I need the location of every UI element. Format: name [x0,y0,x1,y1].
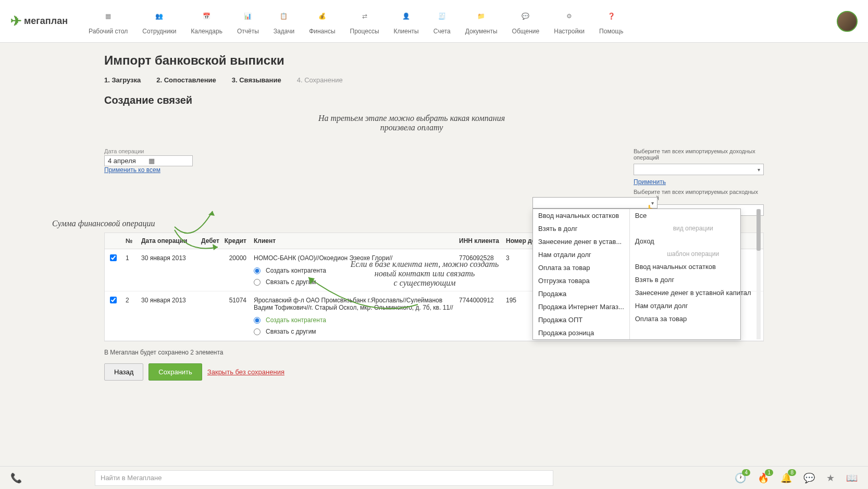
dd-item[interactable]: Занесение денег в уставной капитал [630,286,757,299]
radio-link[interactable]: Связать с другим [254,328,459,335]
client-text: НОМОС-БАНК (ОАО)//Окоедион Эзеохе Глори/… [254,254,459,262]
nav-label: Отчёты [237,28,259,35]
dd-item[interactable]: Оплата за товар [533,261,629,274]
nav-label: Клиенты [394,28,419,35]
date-block: Дата операции 4 апреля ▦ Применить ко вс… [104,148,193,174]
apply-income-link[interactable]: Применить [634,178,764,186]
client-text: Ярославский ф-л ОАО Промсвязьбанк г.Ярос… [254,297,459,311]
dd-item[interactable]: Занесение денег в устав... [533,235,629,248]
bottom-icons: 🕐4 🔥1 🔔8 💬 ★ 📖 [735,472,858,484]
apply-all-link[interactable]: Применить ко всем [104,166,193,174]
dd-item[interactable]: Доход [630,235,757,248]
badge: 8 [788,469,796,476]
fire-icon[interactable]: 🔥1 [758,472,769,484]
radio-label: Создать контрагента [266,267,326,274]
nav-reports[interactable]: 📊Отчёты [237,8,259,35]
gear-icon: ⚙ [561,8,578,25]
message-icon[interactable]: 💬 [803,472,815,484]
flow-icon: ⇄ [356,8,373,25]
nav-label: Календарь [191,28,222,35]
nav-label: Настройки [554,28,585,35]
badge: 4 [742,469,750,476]
date-label: Дата операции [104,148,193,154]
dd-section: вид операции [630,222,757,235]
cell-date: 30 января 2013 [141,297,193,304]
nav-employees[interactable]: 👥Сотрудники [142,8,176,35]
row-checkbox[interactable] [110,254,117,261]
calendar-picker-icon[interactable]: ▦ [148,157,189,165]
clock-icon[interactable]: 🕐4 [735,472,746,484]
radio-label: Создать контрагента [266,316,326,324]
dashboard-icon: ▦ [100,8,117,25]
logo[interactable]: ✈ мегаплан [10,13,68,29]
global-search[interactable]: Найти в Мегаплане [95,470,553,486]
radio[interactable] [254,279,261,286]
chat-icon: 💬 [517,8,534,25]
caret-icon: ▾ [651,200,654,206]
caret-icon: ▾ [758,167,760,173]
nav-docs[interactable]: 📁Документы [465,8,498,35]
purpose-dropdown: Ввод начальных остатков Взять в долг Зан… [532,209,741,340]
phone-icon[interactable]: 📞 [10,472,22,484]
radio-label: Связать с другим [266,278,316,286]
dd-item[interactable]: Взять в долг [533,222,629,235]
chart-icon: 📊 [240,8,256,25]
nav-finance[interactable]: 💰Финансы [309,8,335,35]
radio-create[interactable]: Создать контрагента [254,267,459,274]
wizard-steps: 1. Загрузка 2. Сопоставление 3. Связыван… [104,76,764,84]
row-checkbox[interactable] [110,297,117,303]
scrollbar-thumb[interactable] [757,209,761,251]
star-icon[interactable]: ★ [826,472,835,484]
purpose-select[interactable]: ▾ [532,197,658,209]
radio[interactable] [254,317,261,324]
col-credit: Кредит [219,237,251,244]
nav-clients[interactable]: 👤Клиенты [394,8,419,35]
book-icon[interactable]: 📖 [846,472,858,484]
date-input[interactable]: 4 апреля ▦ [104,155,193,166]
top-nav: ✈ мегаплан ▦Рабочий стол 👥Сотрудники 📅Ка… [0,0,868,43]
dd-item[interactable]: Нам отдали долг [630,299,757,312]
nav-desktop[interactable]: ▦Рабочий стол [89,8,128,35]
close-link[interactable]: Закрыть без сохранения [207,368,284,376]
radio[interactable] [254,328,261,335]
dd-item[interactable]: Взять в долг [630,273,757,286]
step-4: 4. Сохранение [297,76,343,84]
income-filter-select[interactable]: ▾ [634,164,764,175]
dd-item[interactable]: Продажа ОПТ [533,313,629,326]
nav-label: Помощь [599,28,623,35]
dd-item[interactable]: Продажа Интернет Магаз... [533,300,629,313]
nav-bills[interactable]: 🧾Счета [433,8,451,35]
dd-item[interactable]: Оплата за товар [630,312,757,325]
dropdown-scrollbar[interactable] [757,209,761,339]
nav-settings[interactable]: ⚙Настройки [554,8,585,35]
dd-item[interactable]: Ввод начальных остатков [533,209,629,222]
step-2[interactable]: 2. Сопоставление [156,76,216,84]
radio-link[interactable]: Связать с другим [254,278,459,286]
dd-item[interactable]: Отгрузка товара [533,274,629,287]
dd-item[interactable]: Нам отдали долг [533,248,629,261]
client-icon: 👤 [398,8,415,25]
users-icon: 👥 [151,8,168,25]
save-button[interactable]: Сохранить [148,363,202,381]
radio[interactable] [254,267,261,274]
back-button[interactable]: Назад [104,363,143,381]
nav-label: Рабочий стол [89,28,128,35]
nav-processes[interactable]: ⇄Процессы [350,8,379,35]
bell-icon[interactable]: 🔔8 [780,472,792,484]
nav-chat[interactable]: 💬Общение [512,8,540,35]
dd-item[interactable]: Продажа [533,287,629,300]
dd-item[interactable]: Все [630,209,757,222]
nav-label: Процессы [350,28,379,35]
radio-create[interactable]: Создать контрагента [254,316,459,324]
clipboard-icon: 📋 [276,8,292,25]
nav-calendar[interactable]: 📅Календарь [191,8,222,35]
step-1[interactable]: 1. Загрузка [104,76,141,84]
nav-label: Финансы [309,28,335,35]
dd-item[interactable]: Продажа розница [533,326,629,339]
nav-tasks[interactable]: 📋Задачи [274,8,294,35]
dd-item[interactable]: Ввод начальных остатков [630,260,757,273]
radio-label: Связать с другим [266,328,316,335]
avatar[interactable] [837,11,858,32]
step-3[interactable]: 3. Связывание [232,76,281,84]
nav-help[interactable]: ❓Помощь [599,8,623,35]
